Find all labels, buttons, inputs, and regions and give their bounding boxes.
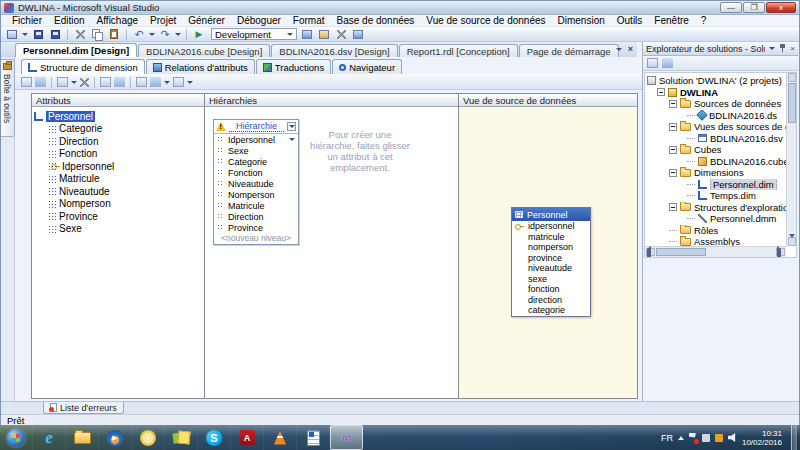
personnel-table[interactable]: Personnel idpersonnel matricule nomperso… <box>511 207 591 317</box>
error-list-tab[interactable]: Liste d'erreurs <box>43 402 124 414</box>
taskbar-visual-studio-active[interactable]: ∞ <box>330 425 363 450</box>
menu-affichage[interactable]: Affichage <box>92 15 144 26</box>
hierarchy-level-row[interactable]: Idpersonnel <box>214 134 298 145</box>
collapse-icon[interactable] <box>669 123 677 131</box>
language-indicator[interactable]: FR <box>661 433 673 443</box>
tab-structure-de-dimension[interactable]: Structure de dimension <box>21 59 145 74</box>
menu-fichier[interactable]: Fichier <box>7 15 47 26</box>
menu-outils[interactable]: Outils <box>612 15 648 26</box>
menu-edition[interactable]: Edition <box>49 15 90 26</box>
tree-row-file[interactable]: BDLINA2016.dsv <box>647 133 786 145</box>
hierarchy-layout-button[interactable] <box>173 77 184 87</box>
menu-format[interactable]: Format <box>288 15 330 26</box>
zoom-out-button[interactable] <box>150 77 161 87</box>
tree-row-file[interactable]: Personnel.dmm <box>647 213 786 225</box>
tree-row-solution[interactable]: Solution 'DWLINA' (2 projets) <box>647 75 786 87</box>
hidden-icons-icon[interactable] <box>678 436 684 440</box>
scroll-right-icon[interactable] <box>776 248 785 256</box>
new-level-placeholder[interactable]: <nouveau niveau> <box>214 233 298 244</box>
hierarchy-level-row[interactable]: Province <box>214 222 298 233</box>
table-column-row[interactable]: fonction <box>512 284 590 295</box>
table-column-row[interactable]: nomperson <box>512 242 590 253</box>
menu-fenetre[interactable]: Fenêtre <box>649 15 693 26</box>
tab-traductions[interactable]: Traductions <box>256 59 331 74</box>
scroll-left-icon[interactable] <box>646 248 655 256</box>
start-debugging-button[interactable]: ▶ <box>192 28 206 40</box>
hierarchy-level-row[interactable]: Direction <box>214 211 298 222</box>
table-column-row[interactable]: matricule <box>512 232 590 243</box>
scroll-up-icon[interactable] <box>788 73 796 82</box>
hierarchy-level-row[interactable]: Fonction <box>214 167 298 178</box>
show-all-files-button[interactable] <box>662 58 673 68</box>
hierarchy-level-row[interactable]: Sexe <box>214 145 298 156</box>
hierarchy-box[interactable]: Hiérarchie Idpersonnel Sexe Categorie Fo… <box>213 119 299 245</box>
tools-button[interactable] <box>334 28 348 40</box>
tab-page-demarrage[interactable]: Page de démarrage <box>519 44 619 57</box>
hierarchy-title[interactable]: Hiérarchie <box>229 121 284 132</box>
paste-button[interactable] <box>107 28 121 40</box>
table-column-row[interactable]: niveautude <box>512 263 590 274</box>
new-dropdown-icon[interactable] <box>22 33 28 36</box>
deploy-button[interactable] <box>300 28 314 40</box>
taskbar-skype[interactable]: S <box>198 425 231 450</box>
tree-row-file[interactable]: BDLINA2016.cube <box>647 156 786 168</box>
taskbar-internet-explorer[interactable]: e <box>33 425 66 450</box>
vertical-scroll-thumb[interactable] <box>788 83 796 123</box>
update-icon[interactable] <box>715 434 723 442</box>
hierarchy-level-row[interactable]: Categorie <box>214 156 298 167</box>
hierarchy-level-row[interactable]: Niveautude <box>214 178 298 189</box>
tree-row-folder[interactable]: Rôles <box>647 225 786 237</box>
tree-row-folder[interactable]: Dimensions <box>647 167 786 179</box>
clock[interactable]: 10:31 10/02/2016 <box>742 429 782 447</box>
tab-report1-rdl[interactable]: Report1.rdl [Conception] <box>399 44 518 57</box>
menu-deboguer[interactable]: Déboguer <box>232 15 286 26</box>
attribute-row[interactable]: Nomperson <box>34 198 202 211</box>
add-attribute-button[interactable] <box>57 77 68 87</box>
layout-dropdown-icon[interactable] <box>187 81 193 84</box>
window-position-dropdown-icon[interactable] <box>769 47 775 50</box>
tab-bdlina2016-cube[interactable]: BDLINA2016.cube [Design] <box>138 44 270 57</box>
collapse-icon[interactable] <box>657 88 665 96</box>
auto-hide-pin-icon[interactable] <box>779 44 786 53</box>
configuration-select[interactable]: Development <box>211 28 297 40</box>
menu-aide[interactable]: ? <box>696 15 712 26</box>
attribute-row[interactable]: Categorie <box>34 123 202 136</box>
menu-projet[interactable]: Projet <box>145 15 181 26</box>
tree-row-file-selected[interactable]: Personnel.dim <box>647 179 786 191</box>
delete-button[interactable] <box>80 78 89 87</box>
menu-dimension[interactable]: Dimension <box>553 15 610 26</box>
attribute-row[interactable]: Fonction <box>34 148 202 161</box>
attribute-row[interactable]: Matricule <box>34 173 202 186</box>
dimension-root-label[interactable]: Personnel <box>46 111 95 122</box>
tree-row-file[interactable]: BDLINA2016.ds <box>647 110 786 122</box>
zoom-dropdown-icon[interactable] <box>164 81 170 84</box>
tree-row-folder[interactable]: Structures d'exploration de données <box>647 202 786 214</box>
taskbar-word[interactable] <box>297 425 330 450</box>
tray-app-icon[interactable] <box>702 434 710 442</box>
scroll-down-icon[interactable] <box>788 237 796 246</box>
tree-row-file[interactable]: Temps.dim <box>647 190 786 202</box>
hierarchy-level-row[interactable]: Matricule <box>214 200 298 211</box>
tree-row-folder[interactable]: Vues des sources de données <box>647 121 786 133</box>
redo-dropdown-icon[interactable] <box>175 33 181 36</box>
tree-row-folder[interactable]: Sources de données <box>647 98 786 110</box>
vertical-scrollbar[interactable] <box>786 73 796 246</box>
action-center-flag-icon[interactable] <box>689 433 697 443</box>
view-button[interactable] <box>100 77 111 87</box>
tab-personnel-dim[interactable]: Personnel.dim [Design] <box>15 43 137 57</box>
process-dimension-button[interactable] <box>21 77 32 87</box>
cut-button[interactable] <box>73 28 87 40</box>
taskbar-vlc[interactable] <box>264 425 297 450</box>
collapse-icon[interactable] <box>669 169 677 177</box>
properties-button[interactable] <box>647 58 658 68</box>
add-attribute-dropdown-icon[interactable] <box>71 81 77 84</box>
save-button[interactable] <box>31 28 45 40</box>
table-column-row[interactable]: idpersonnel <box>512 221 590 232</box>
zoom-button[interactable] <box>136 77 147 87</box>
menu-base-de-donnees[interactable]: Base de données <box>332 15 420 26</box>
show-desktop-button[interactable] <box>791 425 797 450</box>
taskbar-adobe-reader[interactable]: A <box>231 425 264 450</box>
tab-relations-attributs[interactable]: Relations d'attributs <box>146 59 255 74</box>
level-dropdown-icon[interactable] <box>289 138 295 141</box>
volume-muted-icon[interactable] <box>728 433 737 442</box>
